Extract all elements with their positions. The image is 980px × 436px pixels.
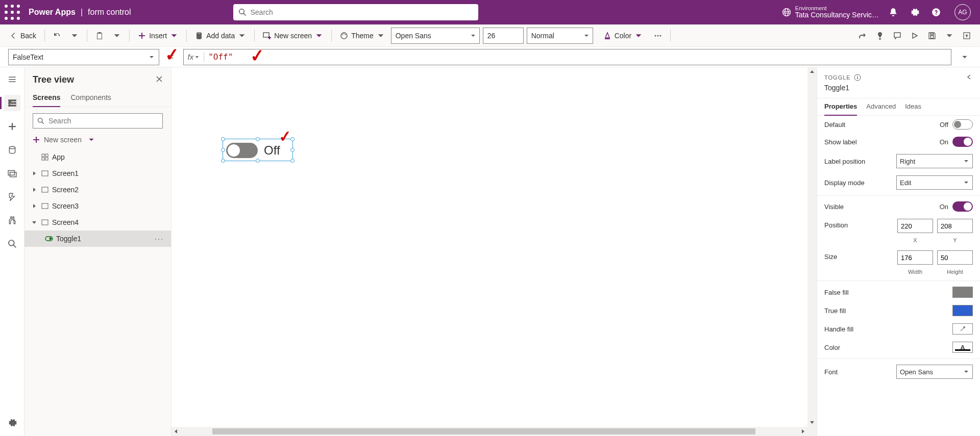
- user-avatar[interactable]: AG: [954, 4, 971, 20]
- rail-settings-icon[interactable]: [4, 415, 20, 431]
- formula-input-wrap[interactable]: fx "Off" ✓: [183, 49, 951, 65]
- font-family-select[interactable]: Open Sans: [391, 28, 480, 44]
- paste-button[interactable]: [92, 30, 107, 42]
- tree-search[interactable]: [33, 113, 163, 129]
- environment-label: Environment: [795, 5, 879, 11]
- formula-value[interactable]: "Off": [208, 52, 233, 62]
- color-button[interactable]: Color: [600, 30, 646, 42]
- horizontal-scrollbar[interactable]: [172, 427, 817, 436]
- prop-color-swatch[interactable]: A: [952, 342, 973, 353]
- font-weight-select[interactable]: Normal: [527, 28, 593, 44]
- tree-search-input[interactable]: [48, 117, 158, 125]
- overflow-button[interactable]: [651, 30, 665, 42]
- preview-button[interactable]: [908, 30, 922, 42]
- toggle-control[interactable]: Off: [226, 143, 280, 158]
- prop-default-toggle[interactable]: [952, 119, 973, 130]
- prop-position-x-input[interactable]: [897, 219, 933, 233]
- tab-components[interactable]: Components: [70, 89, 111, 107]
- global-search[interactable]: [233, 4, 478, 20]
- publish-button[interactable]: [960, 30, 974, 42]
- undo-dropdown[interactable]: [67, 30, 82, 42]
- rail-tree-view-icon[interactable]: [4, 95, 20, 111]
- rail-search-icon[interactable]: [4, 236, 20, 252]
- theme-button[interactable]: Theme: [337, 30, 388, 42]
- tree-node-screen1[interactable]: Screen1: [24, 165, 171, 182]
- expand-panel-icon[interactable]: [966, 73, 973, 82]
- checker-button[interactable]: [873, 30, 887, 42]
- globe-icon: [782, 8, 791, 17]
- resize-handle[interactable]: [221, 159, 225, 163]
- notifications-icon[interactable]: [887, 6, 899, 18]
- scroll-up-icon[interactable]: [807, 67, 817, 76]
- rail-hamburger-icon[interactable]: [4, 71, 20, 88]
- scroll-left-icon[interactable]: [172, 427, 181, 436]
- equals-sign: =: [168, 52, 174, 62]
- undo-button[interactable]: [50, 30, 64, 42]
- save-dropdown[interactable]: [942, 30, 957, 42]
- scroll-down-icon[interactable]: [807, 418, 817, 427]
- scroll-right-icon[interactable]: [798, 427, 807, 436]
- prop-handle-fill-swatch[interactable]: [952, 323, 973, 335]
- tab-advanced[interactable]: Advanced: [866, 98, 896, 115]
- caret-icon[interactable]: [31, 171, 38, 176]
- back-button[interactable]: Back: [6, 30, 39, 42]
- comments-button[interactable]: [890, 30, 904, 42]
- resize-handle[interactable]: [290, 148, 295, 152]
- control-name[interactable]: Toggle1: [824, 84, 973, 92]
- new-screen-button[interactable]: New screen: [260, 30, 326, 42]
- caret-icon[interactable]: [31, 203, 38, 209]
- tree-node-app[interactable]: App: [24, 149, 171, 165]
- prop-visible-toggle[interactable]: [952, 201, 973, 212]
- tree-node-toggle1[interactable]: Toggle1 ···: [24, 230, 171, 247]
- prop-font-select[interactable]: Open Sans: [896, 365, 973, 379]
- help-icon[interactable]: [930, 6, 942, 18]
- resize-handle[interactable]: [256, 137, 260, 141]
- tree-node-screen3[interactable]: Screen3: [24, 198, 171, 214]
- tab-properties[interactable]: Properties: [824, 98, 857, 115]
- design-canvas[interactable]: Off ✓: [172, 67, 817, 436]
- fx-icon[interactable]: fx: [188, 53, 200, 61]
- expand-formula-button[interactable]: [958, 54, 972, 61]
- insert-button[interactable]: Insert: [135, 30, 181, 42]
- tab-screens[interactable]: Screens: [33, 89, 60, 107]
- caret-down-icon[interactable]: [31, 220, 38, 225]
- settings-icon[interactable]: [909, 6, 921, 18]
- app-launcher-icon[interactable]: [4, 4, 20, 20]
- tab-ideas[interactable]: Ideas: [905, 98, 921, 115]
- rail-tools-icon[interactable]: [4, 212, 20, 228]
- global-search-input[interactable]: [251, 8, 473, 16]
- caret-icon[interactable]: [31, 187, 38, 192]
- prop-height-input[interactable]: [937, 250, 973, 265]
- resize-handle[interactable]: [221, 148, 225, 152]
- resize-handle[interactable]: [221, 137, 225, 141]
- prop-true-fill-swatch[interactable]: [952, 305, 973, 316]
- resize-handle[interactable]: [256, 159, 260, 163]
- paste-dropdown[interactable]: [110, 30, 124, 42]
- toggle-track[interactable]: [226, 143, 258, 158]
- tree-node-more-button[interactable]: ···: [155, 235, 167, 243]
- prop-display-mode-select[interactable]: Edit: [896, 175, 973, 190]
- prop-position-y-input[interactable]: [937, 219, 973, 233]
- resize-handle[interactable]: [290, 159, 295, 163]
- share-button[interactable]: [855, 30, 870, 42]
- prop-show-label-toggle[interactable]: [952, 137, 973, 147]
- rail-media-icon[interactable]: [4, 165, 20, 182]
- rail-power-automate-icon[interactable]: [4, 189, 20, 205]
- tree-node-screen2[interactable]: Screen2: [24, 182, 171, 198]
- property-dropdown[interactable]: FalseText ✓: [8, 49, 159, 65]
- tree-node-screen4[interactable]: Screen4: [24, 214, 171, 230]
- save-button[interactable]: [925, 30, 939, 42]
- prop-width-input[interactable]: [897, 250, 933, 265]
- close-tree-button[interactable]: [156, 75, 163, 84]
- tree-new-screen-button[interactable]: New screen: [24, 133, 171, 147]
- font-size-input[interactable]: 26: [483, 28, 524, 44]
- rail-data-icon[interactable]: [4, 142, 20, 158]
- vertical-scrollbar[interactable]: [807, 67, 817, 427]
- scroll-thumb[interactable]: [212, 428, 755, 434]
- prop-label-position-select[interactable]: Right: [896, 154, 973, 168]
- environment-picker[interactable]: Environment Tata Consultancy Servic…: [782, 5, 879, 19]
- rail-insert-icon[interactable]: [4, 118, 20, 135]
- prop-false-fill-swatch[interactable]: [952, 287, 973, 298]
- info-icon[interactable]: [854, 74, 861, 81]
- add-data-button[interactable]: Add data: [192, 30, 249, 42]
